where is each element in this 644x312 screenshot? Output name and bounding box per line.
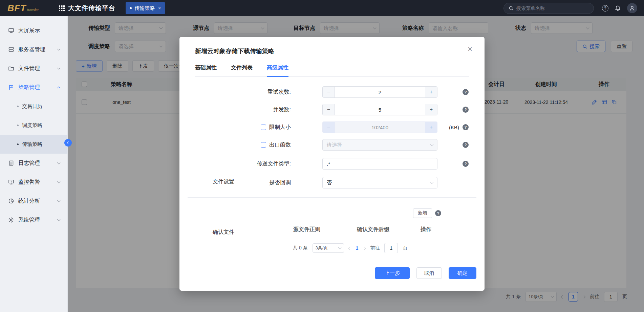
- search-icon: [509, 6, 514, 11]
- help-icon[interactable]: ?: [463, 107, 469, 113]
- server-icon: [8, 46, 14, 52]
- concurrency-stepper: − +: [322, 104, 437, 115]
- select-placeholder: 请选择: [327, 142, 342, 148]
- avatar[interactable]: [627, 3, 637, 13]
- gear-icon: [8, 217, 14, 223]
- page-title: 大文件传输平台: [68, 4, 115, 13]
- current-page-button[interactable]: 1: [356, 245, 359, 251]
- sidebar-collapse-handle[interactable]: [64, 139, 72, 147]
- sidebar-item-label: 日志管理: [18, 160, 53, 167]
- sidebar-item-label: 调度策略: [22, 122, 42, 129]
- column-header-actions: 操作: [421, 226, 431, 233]
- increase-icon[interactable]: +: [425, 104, 437, 115]
- decrease-icon[interactable]: −: [323, 87, 335, 97]
- file-type-input[interactable]: [322, 158, 437, 170]
- sidebar: 大屏展示 服务器管理 文件管理 策略管理 交易日历 调度策略 传输策略: [0, 16, 68, 312]
- prev-step-button[interactable]: 上一步: [375, 267, 410, 279]
- dialog-header: 新增云对象存储下载传输策略 ×: [179, 37, 485, 55]
- sidebar-item-file-management[interactable]: 文件管理: [0, 59, 67, 78]
- confirm-file-label: 确认文件: [213, 229, 234, 236]
- sidebar-item-statistics[interactable]: 统计分析: [0, 192, 67, 210]
- tab-file-list[interactable]: 文件列表: [231, 64, 253, 76]
- tab-label: 传输策略: [134, 5, 155, 12]
- menu-search-input[interactable]: [516, 5, 589, 11]
- concurrency-input[interactable]: [335, 104, 425, 115]
- help-icon[interactable]: ?: [435, 210, 441, 216]
- sidebar-item-label: 传输策略: [22, 141, 42, 148]
- confirm-file-add-button[interactable]: 新增: [413, 208, 432, 218]
- sidebar-item-monitor-alert[interactable]: 监控告警: [0, 173, 67, 192]
- prev-step-label: 上一步: [385, 270, 400, 276]
- sidebar-item-label: 服务器管理: [18, 46, 53, 53]
- exit-function-label: 出口函数: [269, 141, 291, 149]
- cancel-button[interactable]: 取消: [416, 267, 442, 279]
- top-header: BFT transfer 大文件传输平台 传输策略 ×: [0, 0, 644, 16]
- chevron-down-icon: [57, 218, 61, 221]
- chevron-down-icon: [338, 246, 341, 249]
- advanced-form: 文件设置 重试次数: − + ? 并发数: − + ?: [179, 77, 485, 188]
- limit-size-checkbox[interactable]: [261, 125, 266, 130]
- help-icon[interactable]: ?: [463, 142, 469, 148]
- dialog-footer: 上一步 取消 确定: [179, 267, 485, 279]
- menu-search[interactable]: [503, 3, 594, 14]
- decrease-icon[interactable]: −: [323, 104, 335, 115]
- help-icon[interactable]: ?: [463, 124, 469, 130]
- retry-count-input[interactable]: [335, 87, 425, 97]
- alert-monitor-icon: [8, 179, 14, 185]
- callback-select[interactable]: 否: [322, 177, 437, 188]
- help-icon[interactable]: ?: [463, 89, 469, 95]
- close-icon[interactable]: ×: [468, 45, 472, 53]
- file-type-label: 传送文件类型:: [257, 160, 291, 168]
- next-page-icon[interactable]: [363, 246, 366, 250]
- limit-size-label: 限制大小: [269, 124, 291, 131]
- sidebar-item-server-management[interactable]: 服务器管理: [0, 40, 67, 59]
- help-icon[interactable]: ?: [463, 161, 469, 167]
- chevron-down-icon: [57, 180, 61, 183]
- concurrency-row: 并发数: − + ?: [179, 104, 485, 115]
- decrease-icon: −: [323, 122, 335, 133]
- dialog-new-transfer-policy: 新增云对象存储下载传输策略 × 基础属性 文件列表 高级属性 文件设置 重试次数…: [179, 37, 485, 291]
- exit-function-select: 请选择: [322, 139, 437, 151]
- confirm-file-toolbar: 新增 ?: [179, 208, 485, 218]
- chevron-down-icon: [57, 161, 61, 164]
- sidebar-item-transfer-policy[interactable]: 传输策略: [0, 135, 67, 154]
- confirm-file-table-header: 确认文件 源文件正则 确认文件后缀 操作: [179, 226, 485, 234]
- logo-text: BFT: [7, 3, 26, 14]
- dialog-title: 新增云对象存储下载传输策略: [195, 47, 274, 55]
- logo-subtext: transfer: [27, 8, 39, 12]
- chevron-left-icon: [67, 141, 70, 144]
- flag-icon: [8, 84, 14, 90]
- page-size-value: 3条/页: [316, 245, 328, 251]
- confirm-label: 确定: [457, 270, 468, 276]
- sidebar-item-schedule-policy[interactable]: 调度策略: [0, 116, 67, 135]
- app-root: BFT transfer 大文件传输平台 传输策略 ×: [0, 0, 644, 312]
- increase-icon[interactable]: +: [425, 87, 437, 97]
- sidebar-item-label: 策略管理: [18, 84, 53, 91]
- add-button-label: 新增: [418, 210, 427, 216]
- goto-page-input[interactable]: [384, 243, 398, 253]
- tab-advanced-properties[interactable]: 高级属性: [267, 64, 288, 77]
- chevron-down-icon: [430, 181, 434, 184]
- page-size-select[interactable]: 3条/页: [313, 243, 344, 253]
- sidebar-item-dashboard[interactable]: 大屏展示: [0, 21, 67, 40]
- tab-close-icon[interactable]: ×: [158, 5, 161, 11]
- exit-function-checkbox[interactable]: [261, 142, 266, 148]
- chevron-up-icon: [57, 86, 61, 90]
- sidebar-item-trade-calendar[interactable]: 交易日历: [0, 97, 67, 116]
- limit-size-row: 限制大小 − + (KB) ?: [179, 121, 485, 133]
- tab-transfer-policy[interactable]: 传输策略 ×: [126, 2, 165, 14]
- sidebar-item-policy-management[interactable]: 策略管理: [0, 78, 67, 97]
- concurrency-label: 并发数:: [273, 106, 291, 113]
- retry-count-row: 重试次数: − + ?: [179, 86, 485, 98]
- sidebar-item-log-management[interactable]: 日志管理: [0, 154, 67, 173]
- apps-grid-icon[interactable]: [59, 5, 65, 11]
- chevron-down-icon: [57, 47, 61, 51]
- sidebar-item-system-management[interactable]: 系统管理: [0, 210, 67, 229]
- callback-label: 是否回调: [269, 179, 291, 186]
- bell-icon[interactable]: [615, 5, 621, 12]
- tab-basic-properties[interactable]: 基础属性: [195, 64, 217, 76]
- goto-label: 前往: [370, 245, 380, 251]
- confirm-button[interactable]: 确定: [449, 267, 476, 279]
- help-icon[interactable]: ?: [602, 5, 608, 12]
- prev-page-icon[interactable]: [348, 246, 351, 250]
